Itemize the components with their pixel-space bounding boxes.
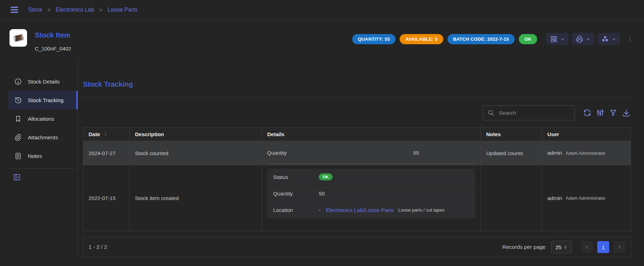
breadcrumb-electronics-lab[interactable]: Electronics Lab (56, 7, 94, 13)
detail-value: 50 (319, 191, 325, 197)
table-row-1-user: admin Adam Administrator (542, 141, 631, 165)
packages-icon (601, 35, 609, 43)
previous-page-button[interactable] (581, 241, 593, 253)
refresh-button[interactable] (582, 108, 592, 118)
stock-actions-button[interactable] (598, 33, 620, 45)
collapse-sidebar-button[interactable] (13, 173, 21, 181)
part-name: C_100nF_0402 (35, 46, 71, 52)
location-link[interactable]: Electronics Lab/Loose Parts (326, 207, 394, 213)
sidebar-item-allocations[interactable]: Allocations (8, 109, 78, 128)
sidebar-item-label: Attachments (28, 134, 58, 141)
chevron-down-icon (612, 37, 616, 41)
breadcrumb: Stock > Electronics Lab > Loose Parts (28, 7, 137, 13)
chevron-right-icon (617, 244, 622, 250)
notes-icon (14, 152, 22, 160)
page-size-select[interactable]: 25 (551, 241, 572, 253)
title-block: Stock Item C_100nF_0402 (35, 29, 71, 52)
page-title: Stock Item (35, 31, 71, 39)
capacitor-image (13, 34, 24, 42)
detail-label: Location (273, 207, 319, 213)
stock-tracking-table: Date Description Details Notes User 2024… (83, 127, 631, 231)
selector-icon (563, 245, 568, 250)
search-input[interactable] (498, 109, 570, 117)
sidebar-item-attachments[interactable]: Attachments (8, 128, 78, 147)
status-ok-badge: OK (319, 173, 333, 180)
username: admin (547, 195, 562, 201)
next-page-button[interactable] (613, 241, 625, 253)
location-caption: Loose parts / cut tapes (398, 207, 445, 213)
column-label: Description (135, 131, 164, 137)
column-header-description: Description (129, 128, 262, 141)
table-row-2-notes (481, 165, 542, 231)
menu-button[interactable] (9, 5, 19, 15)
column-label: User (547, 131, 559, 137)
location-prefix: - (319, 207, 321, 213)
chevron-left-icon (584, 244, 590, 250)
table-settings-button[interactable] (595, 108, 605, 118)
breadcrumb-loose-parts[interactable]: Loose Parts (108, 7, 137, 13)
search-box (483, 105, 575, 120)
more-options-button[interactable] (625, 33, 635, 45)
status-badges: QUANTITY: 55 AVAILABLE: 5 BATCH CODE: 20… (352, 34, 537, 44)
table-row-2-user: admin Adam Administrator (542, 165, 631, 231)
detail-row-quantity: Quantity 55 (267, 142, 475, 164)
user-full-name: Adam Administrator (566, 151, 605, 156)
history-icon (14, 96, 22, 104)
sidebar: Stock Details Stock Tracking Allocations… (0, 58, 78, 257)
stock-item-page: Stock > Electronics Lab > Loose Parts St… (0, 0, 644, 266)
content-panel: Stock Tracking (78, 58, 644, 257)
detail-row-quantity: Quantity 50 (267, 185, 475, 202)
table-toolbar (83, 105, 631, 120)
bookmark-icon (14, 115, 22, 123)
sort-icon (103, 132, 108, 137)
pagination-controls: Records per page 25 1 (502, 241, 625, 253)
sidebar-item-label: Stock Details (28, 79, 59, 85)
username: admin (547, 150, 562, 156)
qrcode-icon (550, 35, 558, 43)
sidebar-item-notes[interactable]: Notes (8, 147, 78, 165)
table-row-1-notes: Updated counts (481, 141, 542, 165)
breadcrumb-separator: > (47, 7, 50, 13)
print-actions-button[interactable] (572, 33, 594, 45)
main-area: Stock Details Stock Tracking Allocations… (0, 58, 644, 257)
download-icon (622, 108, 631, 117)
adjustments-icon (596, 108, 605, 117)
top-bar: Stock > Electronics Lab > Loose Parts (0, 0, 644, 20)
barcode-actions-button[interactable] (546, 33, 568, 45)
page-1-button[interactable]: 1 (597, 241, 609, 253)
filter-icon (609, 108, 618, 117)
refresh-icon (583, 108, 592, 117)
heading-divider (83, 97, 631, 98)
sidebar-item-label: Notes (28, 153, 42, 159)
quantity-badge: QUANTITY: 55 (352, 34, 395, 44)
table-row-1-date: 2024-07-27 (83, 141, 129, 165)
table-row-1-description: Stock counted (129, 141, 262, 165)
table-footer: 1 - 2 / 2 Records per page 25 1 (83, 237, 631, 257)
detail-row-status: Status OK (267, 169, 475, 185)
filter-button[interactable] (608, 108, 618, 118)
section-heading: Stock Tracking (83, 80, 631, 88)
sidebar-item-stock-details[interactable]: Stock Details (8, 72, 78, 91)
printer-icon (575, 35, 584, 43)
detail-label: Status (273, 174, 319, 180)
stock-item-thumbnail[interactable] (9, 29, 27, 47)
table-row-1-details: Quantity 55 (262, 141, 481, 165)
info-circle-icon (14, 78, 22, 86)
user-full-name: Adam Administrator (566, 195, 605, 201)
column-label: Details (267, 131, 284, 137)
pager: 1 (581, 241, 625, 253)
batch-code-badge: BATCH CODE: 2022-7-15 (447, 34, 515, 44)
column-label: Notes (486, 131, 501, 137)
column-header-user: User (542, 128, 631, 141)
detail-value: 55 (313, 150, 475, 156)
column-header-date[interactable]: Date (83, 128, 129, 141)
column-label: Date (89, 131, 100, 137)
table-row-2-details: Status OK Quantity 50 Location - Electro… (262, 165, 481, 231)
header-actions (546, 33, 635, 45)
hamburger-icon (9, 5, 19, 15)
download-button[interactable] (622, 108, 631, 118)
table-row-2-date: 2022-07-15 (83, 165, 129, 231)
sidebar-item-stock-tracking[interactable]: Stock Tracking (8, 91, 78, 109)
breadcrumb-stock[interactable]: Stock (28, 7, 42, 13)
records-per-page-label: Records per page (502, 244, 546, 250)
